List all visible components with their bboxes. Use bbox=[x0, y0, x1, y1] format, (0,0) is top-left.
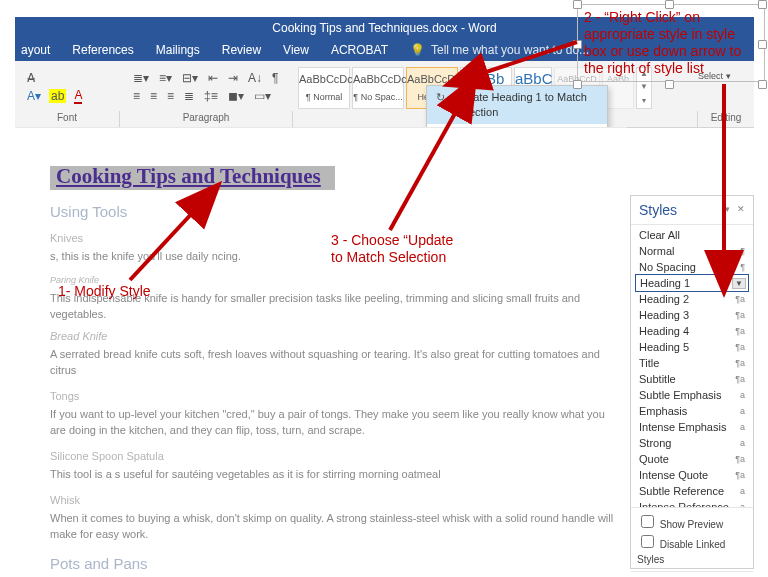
style-glyph: ¶ bbox=[740, 262, 745, 272]
shading-icon[interactable]: ◼▾ bbox=[228, 89, 244, 103]
heading-bread: Bread Knife bbox=[50, 328, 615, 344]
styles-pane: Styles ▾ ✕ Clear AllNormal¶No Spacing¶He… bbox=[630, 195, 754, 569]
style-glyph: a bbox=[740, 422, 745, 432]
style-normal[interactable]: AaBbCcDc¶ Normal bbox=[298, 67, 350, 109]
style-row-subtitle[interactable]: Subtitle¶a bbox=[635, 371, 749, 387]
font-icons-row: A̶ bbox=[27, 69, 35, 87]
show-preview-checkbox[interactable]: Show Preview bbox=[637, 512, 747, 532]
body-tongs: If you want to up-level your kitchen "cr… bbox=[50, 406, 615, 438]
heading-spatula: Silicone Spoon Spatula bbox=[50, 448, 615, 464]
body-whisk: When it comes to buying a whisk, don't s… bbox=[50, 510, 615, 542]
style-glyph: ¶a bbox=[735, 310, 745, 320]
style-glyph: a bbox=[740, 406, 745, 416]
style-row-intense-quote[interactable]: Intense Quote¶a bbox=[635, 467, 749, 483]
group-editing: Editing bbox=[698, 111, 754, 127]
style-name: Quote bbox=[639, 453, 669, 465]
style-name: Heading 4 bbox=[639, 325, 689, 337]
style-no-spacing[interactable]: AaBbCcDc¶ No Spac... bbox=[352, 67, 404, 109]
numbering-icon[interactable]: ≡▾ bbox=[159, 71, 172, 85]
font-color-icon[interactable]: A bbox=[74, 88, 82, 104]
style-glyph: ¶a bbox=[735, 374, 745, 384]
decrease-indent-icon[interactable]: ⇤ bbox=[208, 71, 218, 85]
style-row-normal[interactable]: Normal¶ bbox=[635, 243, 749, 259]
style-name: Strong bbox=[639, 437, 671, 449]
tab-references[interactable]: References bbox=[72, 43, 133, 57]
clear-format-icon[interactable]: A̶ bbox=[27, 71, 35, 85]
handle bbox=[665, 80, 674, 89]
annotation-3: 3 - Choose “Update to Match Selection bbox=[331, 232, 461, 266]
heading-using-tools: Using Tools bbox=[50, 204, 615, 220]
tab-mailings[interactable]: Mailings bbox=[156, 43, 200, 57]
styles-pane-controls[interactable]: ▾ ✕ bbox=[725, 204, 747, 214]
handle bbox=[665, 0, 674, 9]
paragraph-row1: ≣▾ ≡▾ ⊟▾ ⇤ ⇥ A↓ ¶ bbox=[133, 69, 278, 87]
style-row-heading-3[interactable]: Heading 3¶a bbox=[635, 307, 749, 323]
refresh-icon: ↻ bbox=[433, 90, 447, 105]
style-name: Subtle Emphasis bbox=[639, 389, 722, 401]
increase-indent-icon[interactable]: ⇥ bbox=[228, 71, 238, 85]
style-row-heading-1[interactable]: Heading 1▼ bbox=[635, 274, 749, 292]
align-right-icon[interactable]: ≡ bbox=[167, 89, 174, 103]
align-center-icon[interactable]: ≡ bbox=[150, 89, 157, 103]
style-name: Heading 3 bbox=[639, 309, 689, 321]
style-row-heading-2[interactable]: Heading 2¶a bbox=[635, 291, 749, 307]
sort-icon[interactable]: A↓ bbox=[248, 71, 262, 85]
style-name: Normal bbox=[639, 245, 674, 257]
style-glyph: ¶a bbox=[735, 294, 745, 304]
style-glyph: ¶a bbox=[735, 326, 745, 336]
style-glyph: a bbox=[740, 390, 745, 400]
style-row-emphasis[interactable]: Emphasisa bbox=[635, 403, 749, 419]
styles-pane-options-row: A⁺⁴⁴A✎ Options... bbox=[631, 571, 753, 577]
align-left-icon[interactable]: ≡ bbox=[133, 89, 140, 103]
style-row-subtle-reference[interactable]: Subtle Referencea bbox=[635, 483, 749, 499]
style-row-quote[interactable]: Quote¶a bbox=[635, 451, 749, 467]
disable-linked-checkbox[interactable]: Disable Linked Styles bbox=[637, 532, 747, 567]
document-area[interactable]: Cooking Tips and Techniques Using Tools … bbox=[15, 127, 627, 577]
show-marks-icon[interactable]: ¶ bbox=[272, 71, 278, 85]
styles-pane-title: Styles bbox=[639, 202, 677, 218]
style-name: Intense Quote bbox=[639, 469, 708, 481]
style-row-heading-4[interactable]: Heading 4¶a bbox=[635, 323, 749, 339]
tab-acrobat[interactable]: ACROBAT bbox=[331, 43, 388, 57]
style-row-intense-emphasis[interactable]: Intense Emphasisa bbox=[635, 419, 749, 435]
style-glyph: ¶a bbox=[735, 454, 745, 464]
borders-icon[interactable]: ▭▾ bbox=[254, 89, 271, 103]
document-page: Cooking Tips and Techniques Using Tools … bbox=[50, 166, 615, 577]
text-effects-icon[interactable]: A▾ bbox=[27, 89, 41, 103]
tab-review[interactable]: Review bbox=[222, 43, 261, 57]
multilevel-icon[interactable]: ⊟▾ bbox=[182, 71, 198, 85]
bullets-icon[interactable]: ≣▾ bbox=[133, 71, 149, 85]
style-row-no-spacing[interactable]: No Spacing¶ bbox=[635, 259, 749, 275]
style-row-clear-all[interactable]: Clear All bbox=[635, 227, 749, 243]
annotation-2: 2 - “Right Click” on appropriate style i… bbox=[577, 4, 765, 82]
highlight-icon[interactable]: ab bbox=[49, 89, 66, 103]
styles-list[interactable]: Clear AllNormal¶No Spacing¶Heading 1▼Hea… bbox=[631, 225, 753, 507]
style-name: Subtle Reference bbox=[639, 485, 724, 497]
style-glyph: ¶a bbox=[735, 342, 745, 352]
style-row-title[interactable]: Title¶a bbox=[635, 355, 749, 371]
menu-update-to-match[interactable]: ↻Update Heading 1 to Match Selection bbox=[427, 86, 607, 124]
style-glyph: ¶ bbox=[740, 246, 745, 256]
annotation-1: 1- Modify Style bbox=[58, 283, 151, 300]
tab-view[interactable]: View bbox=[283, 43, 309, 57]
justify-icon[interactable]: ≣ bbox=[184, 89, 194, 103]
handle bbox=[573, 0, 582, 9]
style-glyph: a bbox=[740, 502, 745, 507]
tab-layout[interactable]: ayout bbox=[21, 43, 50, 57]
style-dropdown-icon[interactable]: ▼ bbox=[732, 278, 746, 289]
style-row-heading-5[interactable]: Heading 5¶a bbox=[635, 339, 749, 355]
style-name: Intense Reference bbox=[639, 501, 729, 507]
style-glyph: a bbox=[740, 486, 745, 496]
line-spacing-icon[interactable]: ‡≡ bbox=[204, 89, 218, 103]
style-glyph: ¶a bbox=[735, 470, 745, 480]
document-title-selection[interactable]: Cooking Tips and Techniques bbox=[50, 166, 335, 190]
style-row-intense-reference[interactable]: Intense Referencea bbox=[635, 499, 749, 507]
tell-me-input[interactable]: Tell me what you want to do... bbox=[431, 43, 589, 57]
style-row-subtle-emphasis[interactable]: Subtle Emphasisa bbox=[635, 387, 749, 403]
paragraph-row2: ≡ ≡ ≡ ≣ ‡≡ ◼▾ ▭▾ bbox=[133, 87, 271, 105]
style-name: Intense Emphasis bbox=[639, 421, 726, 433]
group-font: Font bbox=[15, 111, 120, 127]
style-name: Subtitle bbox=[639, 373, 676, 385]
font-icons-row2: A▾ ab A bbox=[27, 87, 82, 105]
style-row-strong[interactable]: Stronga bbox=[635, 435, 749, 451]
